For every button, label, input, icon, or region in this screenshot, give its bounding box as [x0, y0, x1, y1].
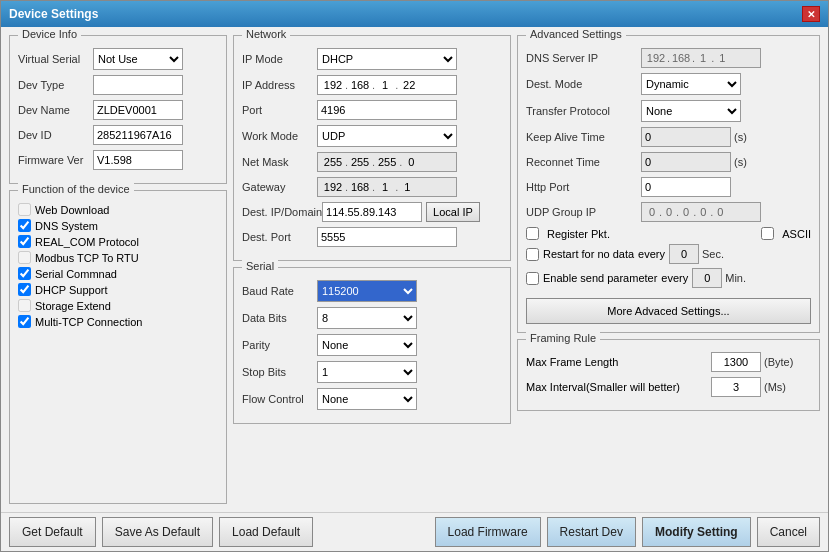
ip-oct2[interactable]: [348, 79, 372, 91]
load-firmware-button[interactable]: Load Firmware: [435, 517, 541, 547]
mask-oct1[interactable]: [321, 156, 345, 168]
dev-id-input[interactable]: [93, 125, 183, 145]
function-panel-title: Function of the device: [18, 183, 134, 195]
framing-panel: Framing Rule Max Frame Length (Byte) Max…: [517, 339, 820, 411]
virtual-serial-select[interactable]: Not Use COM1 COM2: [93, 48, 183, 70]
func-modbus-tcp-check[interactable]: [18, 251, 31, 264]
reconnet-time-input[interactable]: [641, 152, 731, 172]
right-column: Advanced Settings DNS Server IP . . .: [517, 35, 820, 504]
device-info-title: Device Info: [18, 28, 81, 40]
udp-oct3[interactable]: [679, 206, 693, 218]
port-input[interactable]: [317, 100, 457, 120]
udp-group-ip-row: UDP Group IP . . . .: [526, 202, 811, 222]
mask-oct4[interactable]: [402, 156, 420, 168]
udp-oct2[interactable]: [662, 206, 676, 218]
ip-oct1[interactable]: [321, 79, 345, 91]
dns-oct1[interactable]: [645, 52, 667, 64]
data-bits-label: Data Bits: [242, 312, 317, 324]
device-settings-window: Device Settings ✕ Device Info Virtual Se…: [0, 0, 829, 552]
get-default-button[interactable]: Get Default: [9, 517, 96, 547]
restart-no-data-check[interactable]: [526, 248, 539, 261]
close-button[interactable]: ✕: [802, 6, 820, 22]
dns-oct4[interactable]: [714, 52, 730, 64]
ascii-check[interactable]: [761, 227, 774, 240]
dev-type-input[interactable]: [93, 75, 183, 95]
enable-send-label: Enable send parameter: [543, 272, 657, 284]
mask-oct2[interactable]: [348, 156, 372, 168]
cancel-button[interactable]: Cancel: [757, 517, 820, 547]
work-mode-select[interactable]: UDP TCP Client TCP Server: [317, 125, 457, 147]
dns-oct3[interactable]: [695, 52, 711, 64]
send-min-input[interactable]: [692, 268, 722, 288]
udp-oct4[interactable]: [696, 206, 710, 218]
func-serial-cmd-check[interactable]: [18, 267, 31, 280]
dev-type-row: Dev Type: [18, 75, 218, 95]
restart-sec-input[interactable]: [669, 244, 699, 264]
func-dns-system-check[interactable]: [18, 219, 31, 232]
max-interval-input[interactable]: [711, 377, 761, 397]
port-row: Port: [242, 100, 502, 120]
gw-oct1[interactable]: [321, 181, 345, 193]
parity-select[interactable]: None Odd Even Mark Space: [317, 334, 417, 356]
data-bits-select[interactable]: 8 7 6 5: [317, 307, 417, 329]
load-default-button[interactable]: Load Default: [219, 517, 313, 547]
net-mask-row: Net Mask . . .: [242, 152, 502, 172]
transfer-protocol-select[interactable]: None Modbus: [641, 100, 741, 122]
dest-ip-input[interactable]: [322, 202, 422, 222]
func-dhcp-support-check[interactable]: [18, 283, 31, 296]
register-pkt-label: Register Pkt.: [547, 228, 610, 240]
keep-alive-input[interactable]: [641, 127, 731, 147]
main-content: Device Info Virtual Serial Not Use COM1 …: [1, 27, 828, 512]
dest-port-input[interactable]: [317, 227, 457, 247]
udp-oct1[interactable]: [645, 206, 659, 218]
flow-control-row: Flow Control None RTS/CTS XON/XOFF: [242, 388, 502, 410]
left-column: Device Info Virtual Serial Not Use COM1 …: [9, 35, 227, 504]
func-realcom-check[interactable]: [18, 235, 31, 248]
modify-setting-button[interactable]: Modify Setting: [642, 517, 751, 547]
func-dns-system: DNS System: [18, 219, 218, 232]
stop-bits-select[interactable]: 1 1.5 2: [317, 361, 417, 383]
firmware-ver-input[interactable]: [93, 150, 183, 170]
gw-oct4[interactable]: [398, 181, 416, 193]
func-serial-cmd: Serial Commnad: [18, 267, 218, 280]
max-frame-input[interactable]: [711, 352, 761, 372]
enable-send-check[interactable]: [526, 272, 539, 285]
gw-oct3[interactable]: [375, 181, 395, 193]
stop-bits-label: Stop Bits: [242, 366, 317, 378]
func-multi-tcp-check[interactable]: [18, 315, 31, 328]
register-pkt-check[interactable]: [526, 227, 539, 240]
dev-name-input[interactable]: [93, 100, 183, 120]
http-port-input[interactable]: [641, 177, 731, 197]
func-web-download-check[interactable]: [18, 203, 31, 216]
dns-oct2[interactable]: [670, 52, 692, 64]
local-ip-button[interactable]: Local IP: [426, 202, 480, 222]
reconnet-time-label: Reconnet Time: [526, 156, 641, 168]
flow-control-select[interactable]: None RTS/CTS XON/XOFF: [317, 388, 417, 410]
restart-no-data-row: Restart for no data every Sec.: [526, 244, 811, 264]
save-as-default-button[interactable]: Save As Default: [102, 517, 213, 547]
mask-oct3[interactable]: [375, 156, 399, 168]
udp-oct5[interactable]: [713, 206, 727, 218]
baud-rate-select[interactable]: 115200 9600 38400 57600: [317, 280, 417, 302]
register-pkt-row: Register Pkt. ASCII: [526, 227, 811, 240]
max-interval-unit: (Ms): [764, 381, 786, 393]
serial-panel-title: Serial: [242, 260, 278, 272]
ip-mode-select[interactable]: DHCP Static: [317, 48, 457, 70]
dest-port-row: Dest. Port: [242, 227, 502, 247]
restart-dev-button[interactable]: Restart Dev: [547, 517, 636, 547]
virtual-serial-row: Virtual Serial Not Use COM1 COM2: [18, 48, 218, 70]
dest-mode-select[interactable]: Dynamic Static: [641, 73, 741, 95]
gateway-row: Gateway . . .: [242, 177, 502, 197]
send-every-label: every: [661, 272, 688, 284]
more-advanced-button[interactable]: More Advaced Settings...: [526, 298, 811, 324]
http-port-row: Http Port: [526, 177, 811, 197]
advanced-panel: Advanced Settings DNS Server IP . . .: [517, 35, 820, 333]
func-storage-extend-check[interactable]: [18, 299, 31, 312]
serial-panel: Serial Baud Rate 115200 9600 38400 57600…: [233, 267, 511, 424]
function-panel: Function of the device Web Download DNS …: [9, 190, 227, 504]
gw-oct2[interactable]: [348, 181, 372, 193]
ip-address-field: . . .: [317, 75, 457, 95]
ip-oct4[interactable]: [398, 79, 420, 91]
transfer-protocol-row: Transfer Protocol None Modbus: [526, 100, 811, 122]
ip-oct3[interactable]: [375, 79, 395, 91]
